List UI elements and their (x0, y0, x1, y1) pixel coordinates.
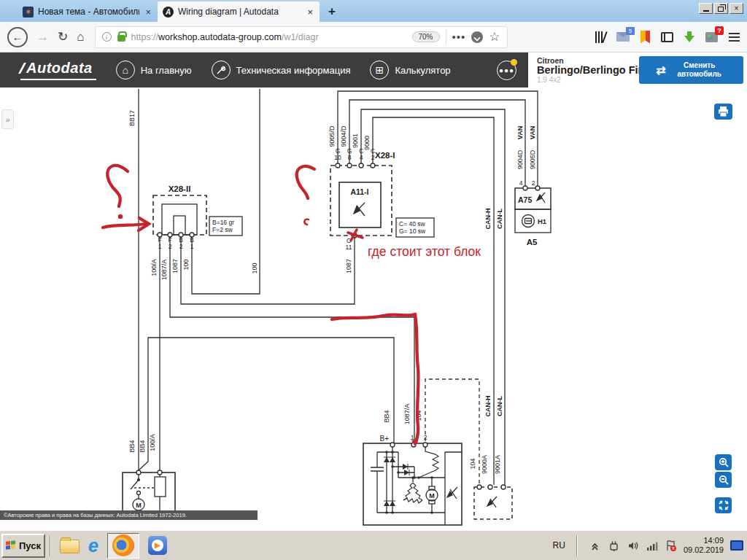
firefox-icon (112, 534, 134, 556)
wire-label: 100/A (150, 259, 158, 276)
pocket-icon[interactable] (471, 31, 483, 43)
tab-wiring-diagram[interactable]: A Wiring diagram | Autodata × (158, 1, 320, 22)
bus-label: VAN (529, 126, 536, 139)
forum-favicon-icon: ✶ (23, 7, 34, 18)
autodata-logo[interactable]: Autodata (20, 60, 96, 80)
url-bar[interactable]: i https://workshop.autodata-group.com/w1… (95, 26, 508, 48)
nav-technical-info[interactable]: Техническая информация (212, 61, 351, 79)
svg-text:2: 2 (169, 243, 172, 250)
menu-hamburger-icon[interactable] (729, 33, 740, 42)
transistor-icons (354, 192, 545, 508)
back-button[interactable]: ← (7, 27, 28, 47)
svg-text:B=16 gr: B=16 gr (212, 219, 234, 226)
print-button[interactable] (714, 104, 732, 120)
close-button[interactable]: × (729, 3, 743, 14)
restore-button[interactable] (714, 3, 728, 14)
wire-label: BB17 (128, 110, 136, 126)
fullscreen-button[interactable] (715, 497, 732, 513)
volume-icon[interactable] (627, 540, 639, 552)
account-menu-icon[interactable]: ●●● (497, 61, 516, 80)
mail-icon[interactable]: 5 (616, 32, 630, 42)
nav-calculator[interactable]: ⊞ Калькулятор (370, 61, 450, 79)
wiring-diagram-svg: BB17 100/A 1087/A 1087 100 100 1087 9005… (0, 88, 747, 530)
bplus-label: B+ (379, 435, 389, 443)
svg-text:F=2 sw: F=2 sw (212, 226, 233, 233)
sidebar-expand-button[interactable]: » (1, 109, 14, 129)
home-button[interactable]: ⌂ (77, 31, 84, 43)
close-tab-icon[interactable]: × (306, 7, 314, 18)
taskbar: Пуск e ▶ RU 14:09 09.02.2019 (0, 530, 747, 560)
change-vehicle-button[interactable]: ⇄ Сменить автомобиль (639, 56, 743, 84)
quick-launch: e ▶ (60, 533, 167, 559)
internet-explorer-icon[interactable]: e (88, 537, 98, 555)
svg-text:10: 10 (334, 154, 341, 161)
red-trace-vertical (415, 314, 418, 443)
https-lock-icon[interactable] (117, 35, 125, 42)
close-tab-icon[interactable]: × (144, 7, 152, 18)
zoom-in-button[interactable] (715, 454, 732, 470)
wire-label: 100 (182, 259, 190, 270)
component-title: A11-I (350, 187, 368, 196)
wire-label: BB4 (139, 440, 146, 452)
system-tray: RU 14:09 09.02.2019 (553, 534, 747, 558)
bus-label: CAN-H (484, 209, 492, 230)
download-icon[interactable] (684, 36, 694, 42)
security-alert-flag-icon[interactable] (665, 540, 677, 552)
svg-text:2: 2 (371, 154, 375, 161)
divider (50, 535, 51, 556)
tray-date: 09.02.2019 (684, 545, 724, 555)
svg-text:2: 2 (424, 434, 427, 441)
junction-dots (137, 451, 433, 514)
divider (446, 30, 446, 44)
page-actions-icon[interactable]: ••• (452, 31, 466, 43)
start-button[interactable]: Пуск (1, 534, 45, 558)
file-explorer-icon[interactable] (60, 540, 80, 553)
show-desktop-icon[interactable] (730, 540, 743, 551)
minimize-button[interactable] (699, 3, 713, 14)
sidebar-toggle-icon[interactable] (661, 32, 673, 42)
arrow-shaft (103, 224, 146, 228)
page-content: BB17 100/A 1087/A 1087 100 100 1087 9005… (0, 88, 747, 530)
tab-forum[interactable]: ✶ Новая тема - Автомобильный По × (18, 1, 158, 22)
clock[interactable]: 14:09 09.02.2019 (684, 536, 724, 555)
svg-text:8: 8 (348, 154, 352, 161)
calculator-icon: ⊞ (370, 61, 389, 79)
screenshot-addon-icon[interactable]: ? (705, 32, 718, 42)
bookmark-flag-icon[interactable] (640, 31, 650, 44)
firefox-taskbar-button[interactable] (107, 533, 139, 559)
tray-time: 14:09 (684, 536, 724, 545)
collapse-tray-icon[interactable] (589, 540, 601, 552)
nav-home[interactable]: ⌂ На главную (116, 61, 192, 79)
logo-slash-icon (18, 63, 26, 74)
wire-label: 1087/A (160, 260, 168, 281)
autodata-favicon-icon: A (163, 7, 174, 18)
new-tab-button[interactable]: + (320, 4, 344, 22)
url-text[interactable]: https://workshop.autodata-group.com/w1/d… (131, 32, 406, 42)
wire-label: 100/A (149, 434, 156, 451)
forward-button[interactable]: → (36, 31, 49, 43)
bookmark-star-icon[interactable]: ☆ (489, 29, 500, 44)
network-signal-icon[interactable] (646, 540, 658, 552)
window-controls: × (699, 3, 743, 14)
wire-label: 9005D (529, 149, 536, 169)
svg-text:2: 2 (179, 243, 183, 250)
zoom-out-button[interactable] (715, 472, 732, 488)
language-indicator[interactable]: RU (553, 540, 565, 551)
wire-label: 9004D (516, 149, 524, 169)
svg-text:2: 2 (532, 179, 535, 187)
media-player-icon[interactable]: ▶ (148, 536, 167, 555)
wire-label: 9005/D (328, 125, 336, 147)
titlebar: ✶ Новая тема - Автомобильный По × A Wiri… (0, 0, 747, 22)
question-mark-stroke (107, 166, 128, 206)
tab-title: Новая тема - Автомобильный По (38, 7, 139, 17)
wire-label: 9000 (363, 136, 371, 150)
page-zoom-indicator[interactable]: 70% (412, 31, 440, 42)
site-info-icon[interactable]: i (102, 32, 112, 42)
reload-button[interactable]: ↻ (58, 31, 68, 43)
wire-label: 9001A (494, 455, 501, 474)
toolbar-right-icons: 5 ? (595, 31, 740, 44)
library-icon[interactable] (595, 31, 605, 43)
power-plug-icon[interactable] (608, 540, 620, 552)
bus-label: CAN-L (496, 396, 503, 416)
wire-label: BB4 (128, 440, 136, 452)
